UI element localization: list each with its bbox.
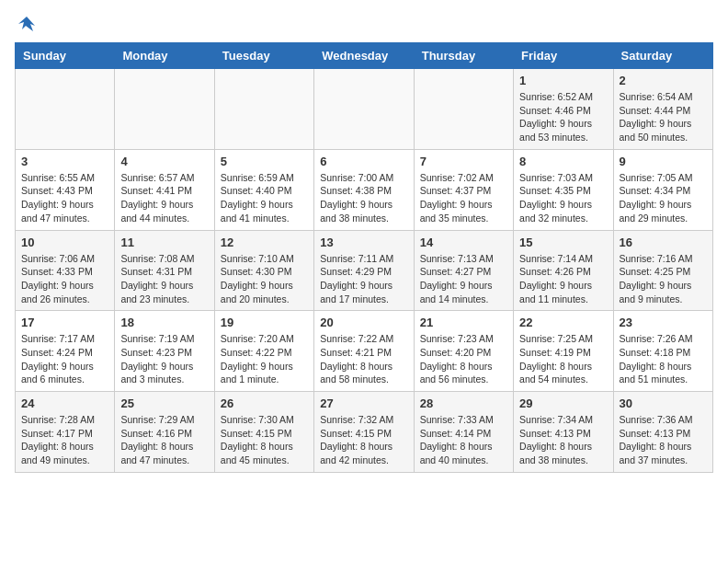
day-number: 15 [519,236,607,249]
calendar-week-row: 24Sunrise: 7:28 AM Sunset: 4:17 PM Dayli… [16,392,713,473]
calendar-day-header: Saturday [613,43,712,69]
calendar-cell [115,69,214,150]
calendar-cell: 17Sunrise: 7:17 AM Sunset: 4:24 PM Dayli… [16,311,115,392]
day-info: Sunrise: 7:05 AM Sunset: 4:34 PM Dayligh… [620,171,707,225]
day-number: 17 [21,316,108,329]
calendar-cell [314,69,414,150]
day-info: Sunrise: 7:00 AM Sunset: 4:38 PM Dayligh… [320,171,407,225]
calendar-week-row: 3Sunrise: 6:55 AM Sunset: 4:43 PM Daylig… [16,149,713,230]
calendar-cell: 2Sunrise: 6:54 AM Sunset: 4:44 PM Daylig… [613,69,712,150]
calendar-cell: 11Sunrise: 7:08 AM Sunset: 4:31 PM Dayli… [115,230,214,311]
calendar-day-header: Sunday [16,43,115,69]
calendar-cell: 29Sunrise: 7:34 AM Sunset: 4:13 PM Dayli… [514,392,613,473]
day-number: 14 [420,236,507,249]
calendar-cell: 15Sunrise: 7:14 AM Sunset: 4:26 PM Dayli… [514,230,613,311]
day-number: 9 [620,155,707,168]
day-info: Sunrise: 7:33 AM Sunset: 4:14 PM Dayligh… [420,413,507,467]
calendar-week-row: 17Sunrise: 7:17 AM Sunset: 4:24 PM Dayli… [16,311,713,392]
calendar-header-row: SundayMondayTuesdayWednesdayThursdayFrid… [16,43,713,69]
day-number: 12 [221,236,308,249]
day-number: 3 [21,155,108,168]
day-info: Sunrise: 7:23 AM Sunset: 4:20 PM Dayligh… [420,332,507,386]
day-info: Sunrise: 7:36 AM Sunset: 4:13 PM Dayligh… [620,413,707,467]
day-number: 4 [120,155,208,168]
day-number: 24 [21,396,108,410]
calendar-cell [214,69,313,150]
day-info: Sunrise: 7:30 AM Sunset: 4:15 PM Dayligh… [221,413,308,467]
day-number: 20 [320,316,407,329]
day-info: Sunrise: 7:06 AM Sunset: 4:33 PM Dayligh… [21,252,108,306]
day-info: Sunrise: 7:17 AM Sunset: 4:24 PM Dayligh… [21,332,108,386]
day-number: 10 [21,236,108,249]
calendar-week-row: 10Sunrise: 7:06 AM Sunset: 4:33 PM Dayli… [16,230,713,311]
calendar-table: SundayMondayTuesdayWednesdayThursdayFrid… [15,42,713,473]
calendar-cell: 4Sunrise: 6:57 AM Sunset: 4:41 PM Daylig… [115,149,214,230]
calendar-cell: 22Sunrise: 7:25 AM Sunset: 4:19 PM Dayli… [514,311,613,392]
day-info: Sunrise: 6:59 AM Sunset: 4:40 PM Dayligh… [221,171,308,225]
calendar-body: 1Sunrise: 6:52 AM Sunset: 4:46 PM Daylig… [16,69,713,473]
day-number: 19 [221,316,308,329]
calendar-cell: 7Sunrise: 7:02 AM Sunset: 4:37 PM Daylig… [414,149,513,230]
calendar-cell: 5Sunrise: 6:59 AM Sunset: 4:40 PM Daylig… [214,149,313,230]
calendar-day-header: Tuesday [214,43,313,69]
calendar-cell: 1Sunrise: 6:52 AM Sunset: 4:46 PM Daylig… [514,69,613,150]
calendar-cell: 10Sunrise: 7:06 AM Sunset: 4:33 PM Dayli… [16,230,115,311]
calendar-cell: 28Sunrise: 7:33 AM Sunset: 4:14 PM Dayli… [414,392,513,473]
day-number: 29 [519,396,607,410]
svg-marker-0 [18,17,35,31]
calendar-cell: 23Sunrise: 7:26 AM Sunset: 4:18 PM Dayli… [613,311,712,392]
day-info: Sunrise: 7:02 AM Sunset: 4:37 PM Dayligh… [420,171,507,225]
day-info: Sunrise: 7:26 AM Sunset: 4:18 PM Dayligh… [620,332,707,386]
day-info: Sunrise: 7:29 AM Sunset: 4:16 PM Dayligh… [120,413,208,467]
day-info: Sunrise: 7:32 AM Sunset: 4:15 PM Dayligh… [320,413,407,467]
day-number: 26 [221,396,308,410]
day-number: 28 [420,396,507,410]
day-number: 18 [120,316,208,329]
day-info: Sunrise: 6:52 AM Sunset: 4:46 PM Dayligh… [519,90,607,144]
day-info: Sunrise: 7:19 AM Sunset: 4:23 PM Dayligh… [120,332,208,386]
day-info: Sunrise: 7:10 AM Sunset: 4:30 PM Dayligh… [221,252,308,306]
day-number: 25 [120,396,208,410]
day-number: 8 [519,155,607,168]
calendar-cell: 13Sunrise: 7:11 AM Sunset: 4:29 PM Dayli… [314,230,414,311]
calendar-cell: 19Sunrise: 7:20 AM Sunset: 4:22 PM Dayli… [214,311,313,392]
calendar-cell: 3Sunrise: 6:55 AM Sunset: 4:43 PM Daylig… [16,149,115,230]
day-info: Sunrise: 7:16 AM Sunset: 4:25 PM Dayligh… [620,252,707,306]
calendar-cell [414,69,513,150]
day-info: Sunrise: 7:22 AM Sunset: 4:21 PM Dayligh… [320,332,407,386]
day-info: Sunrise: 7:08 AM Sunset: 4:31 PM Dayligh… [120,252,208,306]
calendar-cell: 18Sunrise: 7:19 AM Sunset: 4:23 PM Dayli… [115,311,214,392]
calendar-cell: 14Sunrise: 7:13 AM Sunset: 4:27 PM Dayli… [414,230,513,311]
day-number: 6 [320,155,407,168]
calendar-cell: 8Sunrise: 7:03 AM Sunset: 4:35 PM Daylig… [514,149,613,230]
logo-bird-icon [17,15,37,35]
calendar-cell: 30Sunrise: 7:36 AM Sunset: 4:13 PM Dayli… [613,392,712,473]
day-info: Sunrise: 6:55 AM Sunset: 4:43 PM Dayligh… [21,171,108,225]
day-number: 27 [320,396,407,410]
calendar-cell: 25Sunrise: 7:29 AM Sunset: 4:16 PM Dayli… [115,392,214,473]
day-number: 1 [519,74,607,87]
day-info: Sunrise: 7:20 AM Sunset: 4:22 PM Dayligh… [221,332,308,386]
day-number: 23 [620,316,707,329]
day-info: Sunrise: 7:34 AM Sunset: 4:13 PM Dayligh… [519,413,607,467]
day-number: 21 [420,316,507,329]
calendar-week-row: 1Sunrise: 6:52 AM Sunset: 4:46 PM Daylig… [16,69,713,150]
calendar-day-header: Monday [115,43,214,69]
day-number: 2 [620,74,707,87]
calendar-cell: 16Sunrise: 7:16 AM Sunset: 4:25 PM Dayli… [613,230,712,311]
calendar-cell: 27Sunrise: 7:32 AM Sunset: 4:15 PM Dayli… [314,392,414,473]
logo [15,15,37,31]
day-number: 5 [221,155,308,168]
page-header [15,15,713,31]
day-number: 13 [320,236,407,249]
day-info: Sunrise: 6:57 AM Sunset: 4:41 PM Dayligh… [120,171,208,225]
calendar-cell: 20Sunrise: 7:22 AM Sunset: 4:21 PM Dayli… [314,311,414,392]
day-number: 22 [519,316,607,329]
calendar-cell: 24Sunrise: 7:28 AM Sunset: 4:17 PM Dayli… [16,392,115,473]
day-info: Sunrise: 6:54 AM Sunset: 4:44 PM Dayligh… [620,90,707,144]
calendar-day-header: Thursday [414,43,513,69]
day-info: Sunrise: 7:11 AM Sunset: 4:29 PM Dayligh… [320,252,407,306]
day-number: 7 [420,155,507,168]
day-info: Sunrise: 7:25 AM Sunset: 4:19 PM Dayligh… [519,332,607,386]
day-number: 30 [620,396,707,410]
